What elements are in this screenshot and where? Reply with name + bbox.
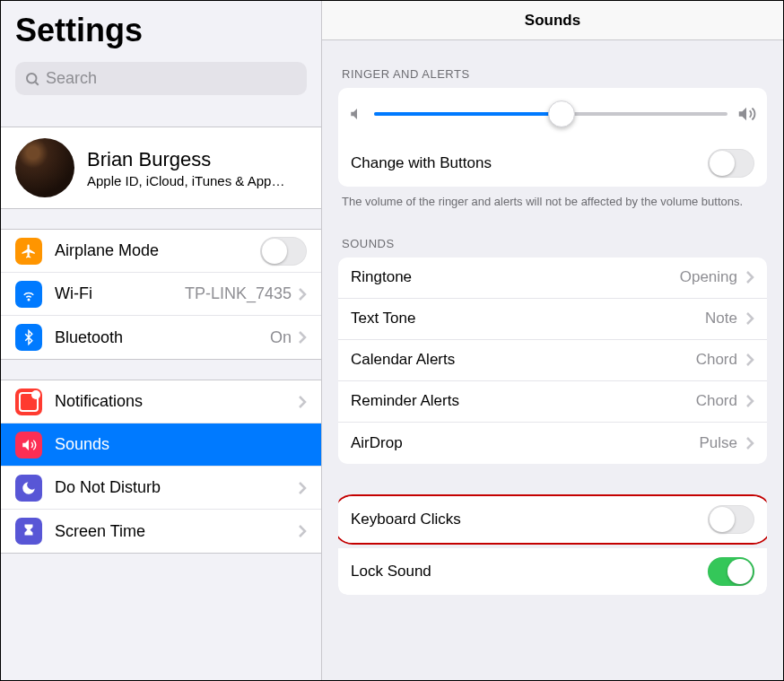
airplane-mode-toggle[interactable] (260, 237, 307, 266)
sidebar-item-do-not-disturb[interactable]: Do Not Disturb (1, 467, 321, 510)
divider (1, 359, 321, 380)
row-label: Reminder Alerts (351, 392, 696, 410)
bluetooth-icon (15, 324, 42, 351)
sidebar-item-notifications[interactable]: Notifications (1, 380, 321, 423)
section-footer: The volume of the ringer and alerts will… (342, 194, 763, 210)
svg-line-1 (35, 82, 38, 84)
search-icon (24, 71, 40, 87)
sidebar-item-label: Wi-Fi (55, 284, 178, 303)
sidebar-item-label: Screen Time (55, 522, 292, 541)
sidebar-item-label: Sounds (55, 435, 307, 454)
row-value: Note (705, 310, 737, 327)
bluetooth-value: On (270, 328, 292, 347)
chevron-right-icon (746, 437, 754, 450)
notifications-icon (15, 389, 42, 415)
sidebar-item-label: Bluetooth (55, 328, 263, 347)
chevron-right-icon (299, 396, 307, 408)
row-value: Chord (696, 351, 737, 369)
chevron-right-icon (746, 354, 754, 366)
airplane-icon (15, 238, 42, 265)
chevron-right-icon (299, 482, 307, 494)
volume-low-icon (349, 106, 365, 122)
row-label: Ringtone (351, 268, 680, 286)
volume-high-icon (736, 104, 756, 124)
ringtone-row[interactable]: Ringtone Opening (338, 258, 767, 299)
divider (1, 106, 321, 127)
row-value: Chord (696, 392, 737, 410)
row-value: Opening (680, 268, 737, 286)
calendar-alerts-row[interactable]: Calendar Alerts Chord (338, 340, 767, 381)
detail-title: Sounds (322, 1, 783, 40)
change-with-buttons-toggle[interactable] (708, 149, 754, 178)
section-header-ringer: RINGER AND ALERTS (342, 67, 763, 81)
change-with-buttons-row[interactable]: Change with Buttons (338, 140, 767, 187)
row-label: Text Tone (351, 310, 705, 327)
misc-sounds-card: Keyboard Clicks Lock Sound (338, 494, 767, 595)
sidebar: Settings Brian Burgess Apple ID, iCloud,… (1, 1, 322, 680)
ringer-volume-row (338, 88, 767, 140)
ringer-volume-slider[interactable] (374, 100, 727, 127)
row-value: Pulse (699, 434, 737, 452)
page-title: Settings (15, 12, 307, 49)
ringer-card: Change with Buttons (338, 88, 767, 187)
row-label: AirDrop (351, 434, 699, 452)
wifi-network-value: TP-LINK_7435 (185, 284, 292, 303)
sidebar-header: Settings (1, 1, 321, 57)
detail-pane: Sounds RINGER AND ALERTS (322, 1, 783, 680)
lock-sound-row[interactable]: Lock Sound (338, 548, 767, 595)
highlight-ring: Keyboard Clicks (338, 494, 767, 545)
chevron-right-icon (746, 271, 754, 284)
search-field[interactable] (15, 62, 307, 95)
text-tone-row[interactable]: Text Tone Note (338, 299, 767, 340)
lock-sound-toggle[interactable] (708, 557, 754, 586)
svg-point-0 (27, 74, 37, 83)
keyboard-clicks-row[interactable]: Keyboard Clicks (338, 496, 767, 543)
chevron-right-icon (746, 395, 754, 407)
sidebar-item-wifi[interactable]: Wi-Fi TP-LINK_7435 (1, 273, 321, 316)
sounds-icon (15, 432, 42, 458)
profile-subtitle: Apple ID, iCloud, iTunes & App… (87, 173, 284, 188)
airdrop-row[interactable]: AirDrop Pulse (338, 423, 767, 464)
sidebar-item-sounds[interactable]: Sounds (1, 423, 321, 467)
row-label: Keyboard Clicks (351, 511, 708, 528)
row-label: Calendar Alerts (351, 351, 696, 369)
row-label: Lock Sound (351, 563, 708, 581)
chevron-right-icon (299, 288, 307, 301)
row-label: Change with Buttons (351, 154, 708, 172)
section-header-sounds: SOUNDS (342, 237, 763, 250)
settings-app: Settings Brian Burgess Apple ID, iCloud,… (0, 0, 784, 681)
sidebar-item-screen-time[interactable]: Screen Time (1, 510, 321, 553)
divider (1, 208, 321, 230)
divider (1, 553, 321, 574)
sidebar-item-airplane-mode[interactable]: Airplane Mode (1, 230, 321, 273)
chevron-right-icon (299, 331, 307, 344)
wifi-icon (15, 281, 42, 308)
search-input[interactable] (46, 69, 298, 88)
chevron-right-icon (746, 312, 754, 325)
chevron-right-icon (299, 525, 307, 537)
svg-point-2 (28, 299, 30, 301)
sidebar-item-bluetooth[interactable]: Bluetooth On (1, 316, 321, 359)
sidebar-item-label: Notifications (55, 392, 292, 411)
avatar (15, 138, 74, 197)
sidebar-item-label: Do Not Disturb (55, 478, 292, 497)
reminder-alerts-row[interactable]: Reminder Alerts Chord (338, 381, 767, 423)
profile-name: Brian Burgess (87, 148, 284, 171)
keyboard-clicks-toggle[interactable] (708, 505, 754, 534)
sounds-card: Ringtone Opening Text Tone Note Calendar… (338, 258, 767, 464)
apple-id-row[interactable]: Brian Burgess Apple ID, iCloud, iTunes &… (1, 127, 321, 208)
moon-icon (15, 475, 42, 502)
hourglass-icon (15, 518, 42, 545)
sidebar-item-label: Airplane Mode (55, 241, 260, 260)
